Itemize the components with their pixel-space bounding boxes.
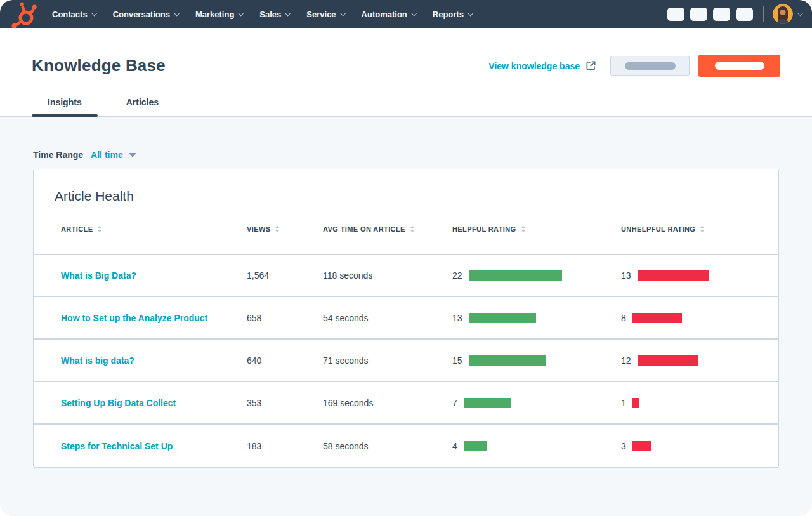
nav-toolbar-button-placeholder[interactable]: [736, 8, 753, 21]
nav-item-automation[interactable]: Automation: [362, 10, 416, 19]
nav-item-sales[interactable]: Sales: [259, 10, 289, 19]
helpful-bar: [464, 398, 511, 408]
time-range-dropdown[interactable]: All time: [91, 150, 136, 160]
chevron-down-icon: [239, 11, 244, 16]
helpful-cell: 15: [452, 355, 621, 366]
chevron-down-icon: [285, 11, 291, 16]
caret-down-icon: [129, 153, 136, 157]
article-link[interactable]: What is Big Data?: [61, 270, 136, 281]
article-link[interactable]: Steps for Technical Set Up: [61, 441, 173, 451]
article-cell: How to Set up the Analyze Product: [61, 313, 247, 323]
tab-articles[interactable]: Articles: [110, 97, 174, 116]
unhelpful-cell: 1: [621, 398, 757, 408]
tab-bar: Insights Articles: [32, 97, 780, 116]
card-title: Article Health: [55, 189, 778, 204]
article-cell: What is Big Data?: [61, 270, 247, 281]
table-row: Steps for Technical Set Up 183 58 second…: [34, 425, 778, 467]
helpful-cell: 13: [452, 313, 621, 323]
helpful-count: 4: [452, 441, 457, 451]
helpful-cell: 7: [452, 398, 621, 408]
helpful-count: 13: [452, 313, 462, 323]
table-row: What is Big Data? 1,564 118 seconds 22 1…: [34, 255, 778, 297]
nav-item-label: Service: [306, 10, 336, 19]
avg-time-cell: 58 seconds: [323, 441, 452, 451]
top-nav: Contacts Conversations Marketing Sales S…: [0, 0, 812, 28]
unhelpful-cell: 12: [621, 355, 757, 366]
unhelpful-count: 12: [621, 355, 631, 366]
secondary-button-redacted[interactable]: [610, 56, 690, 76]
column-header-article[interactable]: ARTICLE: [61, 225, 247, 233]
nav-right-cluster: [662, 4, 802, 24]
unhelpful-bar: [632, 313, 682, 323]
tab-insights[interactable]: Insights: [32, 97, 98, 116]
article-cell: Steps for Technical Set Up: [61, 441, 247, 451]
nav-item-service[interactable]: Service: [306, 10, 344, 19]
unhelpful-bar: [632, 398, 639, 408]
nav-toolbar-button-placeholder[interactable]: [713, 8, 730, 21]
page-actions: View knowledge base: [488, 55, 780, 77]
view-knowledge-base-link[interactable]: View knowledge base: [488, 60, 596, 71]
unhelpful-bar: [638, 270, 709, 281]
main-nav: Contacts Conversations Marketing Sales S…: [52, 10, 472, 19]
views-cell: 353: [247, 398, 323, 408]
article-cell: Setting Up Big Data Collect: [61, 398, 247, 408]
column-header-views[interactable]: VIEWS: [247, 225, 323, 233]
nav-item-label: Automation: [362, 10, 407, 19]
nav-item-label: Contacts: [52, 10, 88, 19]
avg-time-cell: 54 seconds: [323, 313, 452, 323]
views-cell: 183: [247, 441, 323, 451]
chevron-down-icon: [411, 11, 416, 16]
column-header-avg-time[interactable]: AVG TIME ON ARTICLE: [323, 225, 452, 233]
helpful-count: 7: [452, 398, 457, 408]
unhelpful-count: 3: [621, 441, 626, 451]
nav-item-marketing[interactable]: Marketing: [195, 10, 242, 19]
unhelpful-count: 1: [621, 398, 626, 408]
unhelpful-cell: 13: [621, 270, 757, 281]
article-cell: What is big data?: [61, 355, 247, 366]
redacted-label-placeholder: [715, 62, 764, 70]
chevron-down-icon: [468, 11, 473, 16]
tab-label: Articles: [126, 97, 159, 107]
sort-icon: [275, 226, 280, 232]
redacted-label-placeholder: [625, 62, 676, 70]
view-knowledge-base-label: View knowledge base: [488, 61, 580, 71]
filter-row: Time Range All time: [33, 117, 779, 160]
content-area: Time Range All time Article Health ARTIC…: [0, 117, 812, 516]
tab-label: Insights: [48, 97, 82, 107]
article-link[interactable]: How to Set up the Analyze Product: [61, 313, 207, 323]
nav-item-contacts[interactable]: Contacts: [52, 10, 96, 19]
helpful-bar: [469, 355, 546, 366]
nav-item-conversations[interactable]: Conversations: [113, 10, 178, 19]
helpful-count: 22: [452, 270, 462, 281]
nav-divider: [763, 6, 764, 22]
nav-item-label: Conversations: [113, 10, 170, 19]
article-link[interactable]: Setting Up Big Data Collect: [61, 398, 176, 408]
nav-toolbar-button-placeholder[interactable]: [667, 8, 684, 21]
nav-item-reports[interactable]: Reports: [433, 10, 472, 19]
column-header-helpful[interactable]: HELPFUL RATING: [452, 225, 621, 233]
column-header-unhelpful[interactable]: UNHELPFUL RATING: [621, 225, 757, 233]
avatar[interactable]: [773, 4, 793, 24]
primary-button-redacted[interactable]: [698, 55, 780, 77]
helpful-bar: [469, 270, 562, 281]
table-header-row: ARTICLE VIEWS AVG TIME ON ARTICLE HELPFU…: [34, 204, 778, 255]
avg-time-cell: 118 seconds: [323, 270, 452, 281]
unhelpful-cell: 3: [621, 441, 757, 451]
chevron-down-icon: [174, 11, 179, 16]
nav-toolbar-button-placeholder[interactable]: [690, 8, 707, 21]
sort-icon: [700, 226, 705, 232]
chevron-down-icon: [340, 11, 345, 16]
helpful-cell: 4: [452, 441, 621, 451]
views-cell: 658: [247, 313, 323, 323]
table-row: How to Set up the Analyze Product 658 54…: [34, 297, 778, 340]
hubspot-logo-icon[interactable]: [5, 0, 42, 28]
helpful-bar: [464, 441, 487, 451]
time-range-value: All time: [91, 150, 123, 160]
avg-time-cell: 71 seconds: [323, 355, 452, 366]
avg-time-cell: 169 seconds: [323, 398, 452, 408]
page-title: Knowledge Base: [32, 56, 166, 76]
page-header: Knowledge Base View knowledge base Insig…: [0, 28, 812, 117]
helpful-bar: [469, 313, 536, 323]
article-link[interactable]: What is big data?: [61, 355, 134, 366]
table-row: Setting Up Big Data Collect 353 169 seco…: [34, 382, 778, 425]
